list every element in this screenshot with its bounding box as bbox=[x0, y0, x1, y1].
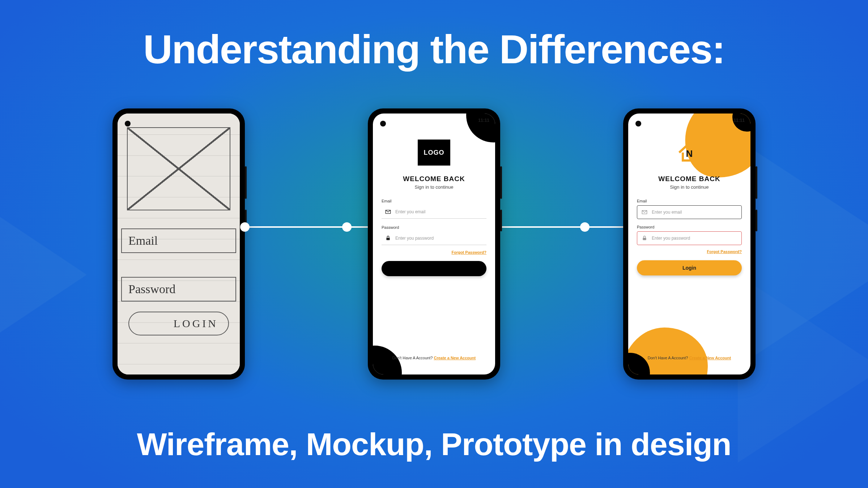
welcome-subheading: Sign in to continue bbox=[628, 184, 750, 190]
phone-side-button bbox=[500, 210, 502, 231]
phone-screen-wireframe: Email Password LOGIN bbox=[118, 114, 240, 374]
brand-logo-icon: N bbox=[675, 137, 704, 166]
progress-node-1 bbox=[240, 222, 250, 232]
lock-icon bbox=[385, 235, 391, 241]
login-button-sketch[interactable]: LOGIN bbox=[128, 312, 229, 335]
password-label: Password bbox=[382, 225, 486, 230]
progress-node-2 bbox=[342, 222, 352, 232]
forgot-password-link[interactable]: Forgot Password? bbox=[637, 249, 742, 254]
phone-camera-icon bbox=[635, 121, 641, 127]
welcome-heading: WELCOME BACK bbox=[373, 175, 495, 183]
phone-camera-icon bbox=[125, 121, 131, 127]
no-account-line: Don't Have A Account? Create a New Accou… bbox=[628, 356, 750, 360]
corner-decor-bottom bbox=[373, 346, 402, 374]
email-placeholder: Enter you email bbox=[652, 210, 682, 215]
svg-rect-0 bbox=[386, 238, 390, 240]
password-field[interactable]: Enter you password bbox=[382, 232, 486, 245]
phone-wireframe: Email Password LOGIN bbox=[112, 108, 245, 380]
phone-prototype: 11:11 N WELCOME BACK Sign in to continue… bbox=[623, 108, 756, 380]
phone-side-button bbox=[756, 210, 757, 231]
page-title: Understanding the Differences: bbox=[0, 26, 868, 73]
login-form: Email Enter you email Password Enter you… bbox=[382, 199, 486, 276]
mail-icon bbox=[642, 209, 647, 215]
phone-side-button bbox=[756, 166, 757, 199]
phone-side-button bbox=[245, 166, 247, 199]
email-label: Email bbox=[382, 199, 486, 203]
create-account-link[interactable]: Create a New Account bbox=[689, 356, 731, 360]
password-label: Password bbox=[637, 225, 742, 229]
password-field[interactable]: Enter you password bbox=[637, 231, 742, 245]
email-field[interactable]: Enter you email bbox=[382, 205, 486, 219]
status-bar-clock: 11:11 bbox=[478, 118, 489, 123]
lock-icon bbox=[642, 235, 647, 241]
login-button[interactable] bbox=[382, 261, 486, 276]
phone-screen-mockup: 11:11 LOGO WELCOME BACK Sign in to conti… bbox=[373, 114, 495, 374]
image-placeholder-box bbox=[127, 127, 230, 210]
email-placeholder: Enter you email bbox=[395, 209, 425, 214]
email-label: Email bbox=[637, 199, 742, 203]
welcome-subheading: Sign in to continue bbox=[373, 184, 495, 190]
svg-rect-3 bbox=[643, 238, 646, 240]
phone-side-button bbox=[500, 166, 502, 199]
phone-camera-icon bbox=[380, 121, 386, 127]
progress-node-4 bbox=[580, 222, 590, 232]
phone-row: Email Password LOGIN 11:11 LOGO WELCOME … bbox=[0, 105, 868, 383]
welcome-heading: WELCOME BACK bbox=[628, 175, 750, 183]
logo-placeholder: LOGO bbox=[418, 140, 450, 166]
no-account-text: Don't Have A Account? bbox=[648, 356, 689, 360]
progress-node-3 bbox=[479, 222, 488, 232]
email-field[interactable]: Enter you email bbox=[637, 205, 742, 219]
svg-text:N: N bbox=[686, 148, 693, 159]
forgot-password-link[interactable]: Forgot Password? bbox=[382, 250, 486, 254]
password-placeholder: Enter you password bbox=[395, 236, 434, 241]
phone-mockup: 11:11 LOGO WELCOME BACK Sign in to conti… bbox=[368, 108, 500, 380]
phone-screen-prototype: 11:11 N WELCOME BACK Sign in to continue… bbox=[628, 114, 750, 374]
login-button[interactable]: Login bbox=[637, 260, 742, 275]
paper-background: Email Password LOGIN bbox=[118, 114, 240, 374]
create-account-link[interactable]: Create a New Account bbox=[434, 356, 476, 360]
login-form: Email Enter you email Password Enter you… bbox=[637, 199, 742, 275]
status-bar-clock: 11:11 bbox=[733, 118, 745, 123]
no-account-text: Don't Have A Account? bbox=[392, 356, 434, 360]
email-field-sketch[interactable]: Email bbox=[121, 228, 236, 253]
page-subtitle: Wireframe, Mockup, Prototype in design bbox=[0, 426, 868, 463]
mail-icon bbox=[385, 209, 391, 215]
password-placeholder: Enter you password bbox=[652, 236, 690, 241]
password-field-sketch[interactable]: Password bbox=[121, 277, 236, 301]
no-account-line: Don't Have A Account? Create a New Accou… bbox=[373, 356, 495, 360]
svg-rect-1 bbox=[696, 144, 698, 149]
